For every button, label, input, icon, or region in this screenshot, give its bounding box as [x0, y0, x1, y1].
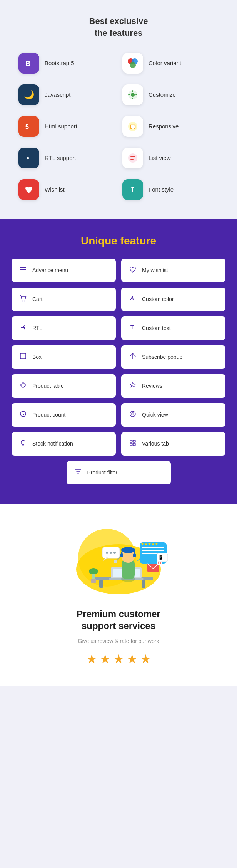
- responsive-label: Responsive: [149, 123, 179, 130]
- quick-view-icon: [128, 410, 137, 420]
- product-filter-label: Product filter: [87, 469, 118, 476]
- box-label: Box: [32, 354, 42, 360]
- unique-title: Unique feature: [12, 235, 225, 247]
- reviews-label: Reviews: [142, 383, 162, 389]
- customize-icon: [122, 84, 143, 105]
- html-label: Html support: [45, 123, 77, 130]
- product-lable-label: Product lable: [32, 383, 64, 389]
- product-lable-icon: [18, 381, 28, 391]
- svg-rect-22: [132, 187, 133, 192]
- svg-point-37: [132, 413, 133, 414]
- svg-rect-42: [133, 443, 135, 446]
- reviews-icon: [128, 381, 137, 391]
- star-2: ★: [100, 652, 111, 666]
- bootstrap5-icon: B: [18, 53, 39, 74]
- unique-section: Unique feature Advance menu My wishlist: [0, 219, 237, 504]
- unique-card-custom-color[interactable]: A Custom color: [121, 288, 225, 311]
- feature-item-fontstyle: Font style: [122, 179, 219, 200]
- svg-rect-8: [128, 94, 130, 95]
- unique-card-reviews[interactable]: Reviews: [121, 374, 225, 398]
- svg-rect-61: [91, 579, 96, 583]
- feature-item-rtl: ✦ RTL support: [18, 148, 115, 168]
- features-section: Best exclusive the features B Bootstrap …: [0, 0, 237, 219]
- custom-text-icon: T: [128, 323, 137, 333]
- wishlist-icon: [18, 179, 39, 200]
- feature-item-responsive: Responsive: [122, 116, 219, 137]
- svg-rect-7: [132, 98, 133, 99]
- star-1: ★: [86, 652, 97, 666]
- rtl-card-icon: [18, 323, 28, 333]
- svg-text:5: 5: [25, 123, 29, 130]
- my-wishlist-label: My wishlist: [142, 267, 168, 273]
- svg-point-27: [24, 300, 25, 301]
- svg-rect-46: [99, 580, 103, 588]
- svg-point-60: [89, 568, 98, 574]
- cart-label: Cart: [32, 296, 42, 302]
- svg-rect-40: [133, 440, 135, 442]
- star-4: ★: [127, 652, 138, 666]
- various-tab-icon: [128, 439, 137, 449]
- svg-rect-6: [132, 90, 133, 92]
- svg-point-26: [22, 300, 23, 301]
- unique-card-my-wishlist[interactable]: My wishlist: [121, 259, 225, 282]
- rtl-card-label: RTL: [32, 325, 42, 331]
- svg-text:A: A: [130, 295, 134, 301]
- unique-card-custom-text[interactable]: T Custom text: [121, 316, 225, 340]
- svg-point-71: [110, 552, 112, 554]
- unique-card-product-filter[interactable]: Product filter: [67, 461, 171, 484]
- star-3: ★: [113, 652, 124, 666]
- unique-card-quick-view[interactable]: Quick view: [121, 403, 225, 427]
- product-count-label: Product count: [32, 412, 65, 418]
- support-subtitle: Give us review & rate for our work: [12, 638, 225, 644]
- rtl-icon: ✦: [18, 148, 39, 168]
- my-wishlist-icon: [128, 266, 137, 275]
- svg-rect-41: [130, 443, 132, 446]
- wishlist-label: Wishlist: [45, 186, 65, 193]
- feature-item-wishlist: Wishlist: [18, 179, 115, 200]
- feature-item-color-variant: Color variant: [122, 53, 219, 74]
- unique-cards-grid: Advance menu My wishlist Cart: [12, 259, 225, 456]
- svg-text:★★★★★: ★★★★★: [141, 542, 158, 546]
- unique-card-subscribe[interactable]: Subscribe popup: [121, 345, 225, 369]
- svg-point-3: [130, 62, 136, 68]
- javascript-icon: 🌙: [18, 84, 39, 105]
- features-grid: B Bootstrap 5 Color variant 🌙 Javascript: [18, 53, 219, 200]
- svg-rect-24: [20, 269, 26, 270]
- html-icon: 5: [18, 116, 39, 137]
- fontstyle-icon: [122, 179, 143, 200]
- rtl-label: RTL support: [45, 155, 76, 161]
- color-variant-label: Color variant: [149, 60, 181, 66]
- svg-rect-9: [135, 94, 137, 95]
- unique-card-box[interactable]: Box: [12, 345, 116, 369]
- stars-container: ★ ★ ★ ★ ★: [12, 652, 225, 666]
- features-title: Best exclusive the features: [12, 15, 225, 39]
- unique-card-cart[interactable]: Cart: [12, 288, 116, 311]
- unique-card-product-count[interactable]: Product count: [12, 403, 116, 427]
- product-filter-icon: [73, 468, 83, 478]
- subscribe-icon: [128, 352, 137, 362]
- custom-color-icon: A: [128, 294, 137, 304]
- product-filter-row: Product filter: [12, 461, 225, 484]
- unique-card-rtl[interactable]: RTL: [12, 316, 116, 340]
- svg-rect-47: [142, 580, 145, 588]
- unique-card-stock-notification[interactable]: Stock notification: [12, 432, 116, 456]
- product-count-icon: [18, 410, 28, 420]
- unique-card-various-tab[interactable]: Various tab: [121, 432, 225, 456]
- svg-rect-17: [130, 156, 135, 157]
- svg-point-33: [24, 383, 25, 384]
- custom-text-label: Custom text: [142, 325, 171, 331]
- svg-rect-39: [130, 440, 132, 442]
- svg-rect-25: [20, 271, 24, 271]
- stock-notification-label: Stock notification: [32, 441, 73, 447]
- svg-rect-19: [130, 159, 134, 160]
- support-title: Premium customer support services: [12, 608, 225, 632]
- feature-item-bootstrap5: B Bootstrap 5: [18, 53, 115, 74]
- support-section: ★★★★★ 63 📱 Premium customer support serv…: [0, 504, 237, 686]
- bootstrap5-label: Bootstrap 5: [45, 60, 74, 66]
- unique-card-product-lable[interactable]: Product lable: [12, 374, 116, 398]
- svg-rect-55: [120, 553, 123, 557]
- fontstyle-label: Font style: [149, 186, 174, 193]
- stock-notification-icon: [18, 439, 28, 449]
- feature-item-html: 5 Html support: [18, 116, 115, 137]
- unique-card-advance-menu[interactable]: Advance menu: [12, 259, 116, 282]
